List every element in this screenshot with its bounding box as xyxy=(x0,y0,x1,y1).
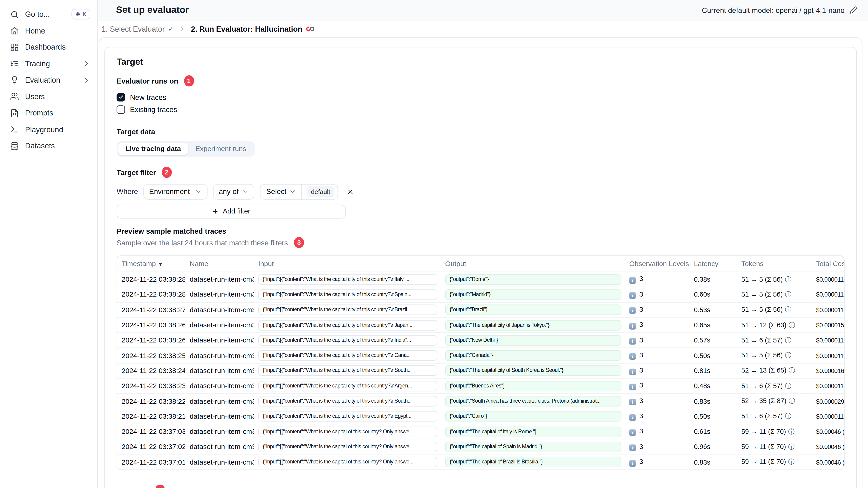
input-json-box[interactable]: {"input":[{"content":"What is the capita… xyxy=(258,442,437,452)
table-row[interactable]: 2024-11-22 03:37:03 dataset-run-item-cm3… xyxy=(117,424,844,439)
output-json-box[interactable]: {"output":"The capital of Italy is Rome.… xyxy=(445,426,622,437)
filter-column-select[interactable]: Environment xyxy=(144,184,208,199)
input-json-box[interactable]: {"input":[{"content":"What is the capita… xyxy=(258,426,437,437)
cell-latency: 0.65s xyxy=(689,318,737,333)
info-circle-icon[interactable]: ⓘ xyxy=(788,458,795,466)
table-row[interactable]: 2024-11-22 03:38:24 dataset-run-item-cm3… xyxy=(117,363,844,378)
info-circle-icon[interactable]: ⓘ xyxy=(789,321,795,329)
remove-filter-button[interactable] xyxy=(343,185,357,198)
info-circle-icon[interactable]: ⓘ xyxy=(785,291,791,298)
output-json-box[interactable]: {"output":"Canada"} xyxy=(445,350,622,361)
add-filter-label: Add filter xyxy=(223,207,250,215)
content-panel: Target Evaluator runs on 1 New traces Ex… xyxy=(99,37,863,488)
info-circle-icon[interactable]: ⓘ xyxy=(785,306,791,314)
input-json-box[interactable]: {"input":[{"content":"What is the capita… xyxy=(258,274,437,285)
sidebar-item-dashboards[interactable]: Dashboards xyxy=(0,39,97,56)
output-json-box[interactable]: {"output":"Brazil"} xyxy=(445,304,622,315)
tab-experiment-runs[interactable]: Experiment runs xyxy=(188,142,253,155)
table-row[interactable]: 2024-11-22 03:38:26 dataset-run-item-cm3… xyxy=(117,318,844,333)
sidebar-item-users[interactable]: Users xyxy=(0,88,97,105)
col-timestamp[interactable]: Timestamp▼ xyxy=(117,256,185,272)
input-json-box[interactable]: {"input":[{"content":"What is the capita… xyxy=(258,365,437,376)
chevron-right-icon xyxy=(83,76,91,84)
output-json-box[interactable]: {"output":"The capital city of South Kor… xyxy=(445,365,622,376)
cell-input: {"input":[{"content":"What is the capita… xyxy=(254,394,441,409)
breadcrumb-step-1[interactable]: 1. Select Evaluator ✓ xyxy=(101,25,174,33)
cell-observation-levels: i3 xyxy=(625,394,689,409)
table-row[interactable]: 2024-11-22 03:38:26 dataset-run-item-cm3… xyxy=(117,333,844,348)
filter-value-chip[interactable]: default xyxy=(307,186,334,197)
input-json-box[interactable]: {"input":[{"content":"What is the capita… xyxy=(258,335,437,346)
info-square-icon: i xyxy=(629,307,636,314)
sidebar-item-tracing[interactable]: Tracing xyxy=(0,56,97,72)
table-row[interactable]: 2024-11-22 03:38:28 dataset-run-item-cm3… xyxy=(117,287,844,302)
info-circle-icon[interactable]: ⓘ xyxy=(785,275,791,283)
breadcrumb-step-2[interactable]: 2. Run Evaluator: Hallucination xyxy=(191,25,315,34)
input-json-box[interactable]: {"input":[{"content":"What is the capita… xyxy=(258,304,437,315)
output-json-box[interactable]: {"output":"New Delhi"} xyxy=(445,335,622,346)
info-circle-icon[interactable]: ⓘ xyxy=(785,336,791,344)
output-json-box[interactable]: {"output":"Madrid"} xyxy=(445,289,622,300)
checkbox-label: Existing traces xyxy=(130,105,177,113)
input-json-box[interactable]: {"input":[{"content":"What is the capita… xyxy=(258,350,437,361)
input-json-box[interactable]: {"input":[{"content":"What is the capita… xyxy=(258,381,437,391)
checkbox-label: New traces xyxy=(130,93,166,101)
input-json-box[interactable]: {"input":[{"content":"What is the capita… xyxy=(258,457,437,467)
sidebar-item-datasets[interactable]: Datasets xyxy=(0,138,97,154)
sidebar-item-label: Evaluation xyxy=(25,76,60,84)
cell-latency: 0.60s xyxy=(689,287,737,302)
cell-input: {"input":[{"content":"What is the capita… xyxy=(254,378,441,393)
output-json-box[interactable]: {"output":"South Africa has three capita… xyxy=(445,396,622,406)
col-tokens: Tokens xyxy=(737,256,812,272)
sidebar-item-home[interactable]: Home xyxy=(0,23,97,39)
tab-live-tracing-data[interactable]: Live tracing data xyxy=(118,142,188,155)
info-circle-icon[interactable]: ⓘ xyxy=(789,397,795,405)
cell-total-cost: $0.000011 ( xyxy=(812,272,844,287)
table-row[interactable]: 2024-11-22 03:38:23 dataset-run-item-cm3… xyxy=(117,378,844,393)
info-circle-icon[interactable]: ⓘ xyxy=(785,351,791,359)
cell-tokens: 51 → 5 (Σ 56)ⓘ xyxy=(737,302,812,318)
checkbox-new-traces[interactable]: New traces xyxy=(117,91,844,103)
cell-observation-levels: i3 xyxy=(625,424,689,439)
cell-input: {"input":[{"content":"What is the capita… xyxy=(254,363,441,378)
input-json-box[interactable]: {"input":[{"content":"What is the capita… xyxy=(258,289,437,300)
table-row[interactable]: 2024-11-22 03:37:01 dataset-run-item-cm3… xyxy=(117,454,844,469)
filter-operator-select[interactable]: any of xyxy=(213,184,255,199)
cell-observation-levels: i3 xyxy=(625,440,689,454)
cell-name: dataset-run-item-cm3s4 xyxy=(185,409,254,424)
info-circle-icon[interactable]: ⓘ xyxy=(788,443,795,451)
table-row[interactable]: 2024-11-22 03:38:25 dataset-run-item-cm3… xyxy=(117,348,844,363)
info-circle-icon[interactable]: ⓘ xyxy=(788,427,795,435)
input-json-box[interactable]: {"input":[{"content":"What is the capita… xyxy=(258,320,437,330)
info-circle-icon[interactable]: ⓘ xyxy=(785,382,791,390)
info-circle-icon[interactable]: ⓘ xyxy=(785,412,791,420)
output-json-box[interactable]: {"output":"The capital of Brazil is Bras… xyxy=(445,457,622,467)
output-json-box[interactable]: {"output":"The capital of Spain is Madri… xyxy=(445,442,622,452)
terminal-icon xyxy=(10,125,19,134)
target-card: Target Evaluator runs on 1 New traces Ex… xyxy=(104,46,857,488)
pencil-icon[interactable] xyxy=(849,6,858,14)
table-row[interactable]: 2024-11-22 03:38:21 dataset-run-item-cm3… xyxy=(117,409,844,424)
checkbox-existing-traces[interactable]: Existing traces xyxy=(117,103,844,115)
sidebar-item-prompts[interactable]: Prompts xyxy=(0,105,97,122)
cell-name: dataset-run-item-cm3s4 xyxy=(185,318,254,333)
sidebar-item-playground[interactable]: Playground xyxy=(0,121,97,138)
output-json-box[interactable]: {"output":"The capital city of Japan is … xyxy=(445,320,622,330)
cell-output: {"output":"The capital of Brazil is Bras… xyxy=(441,454,625,469)
input-json-box[interactable]: {"input":[{"content":"What is the capita… xyxy=(258,396,437,406)
cell-tokens: 51 → 5 (Σ 56)ⓘ xyxy=(737,348,812,363)
table-row[interactable]: 2024-11-22 03:38:27 dataset-run-item-cm3… xyxy=(117,302,844,318)
sidebar-item-evaluation[interactable]: Evaluation xyxy=(0,72,97,88)
output-json-box[interactable]: {"output":"Rome"} xyxy=(445,274,622,285)
table-row[interactable]: 2024-11-22 03:38:28 dataset-run-item-cm3… xyxy=(117,272,844,287)
output-json-box[interactable]: {"output":"Buenos Aires"} xyxy=(445,381,622,391)
output-json-box[interactable]: {"output":"Cairo"} xyxy=(445,411,622,422)
input-json-box[interactable]: {"input":[{"content":"What is the capita… xyxy=(258,411,437,422)
table-row[interactable]: 2024-11-22 03:37:02 dataset-run-item-cm3… xyxy=(117,440,844,454)
cell-timestamp: 2024-11-22 03:38:23 xyxy=(117,378,185,393)
filter-value-select[interactable]: Select xyxy=(266,187,286,196)
add-filter-button[interactable]: Add filter xyxy=(117,204,346,218)
go-to-search[interactable]: Go to... ⌘ K xyxy=(0,6,97,23)
info-circle-icon[interactable]: ⓘ xyxy=(789,366,795,375)
table-row[interactable]: 2024-11-22 03:38:22 dataset-run-item-cm3… xyxy=(117,394,844,409)
